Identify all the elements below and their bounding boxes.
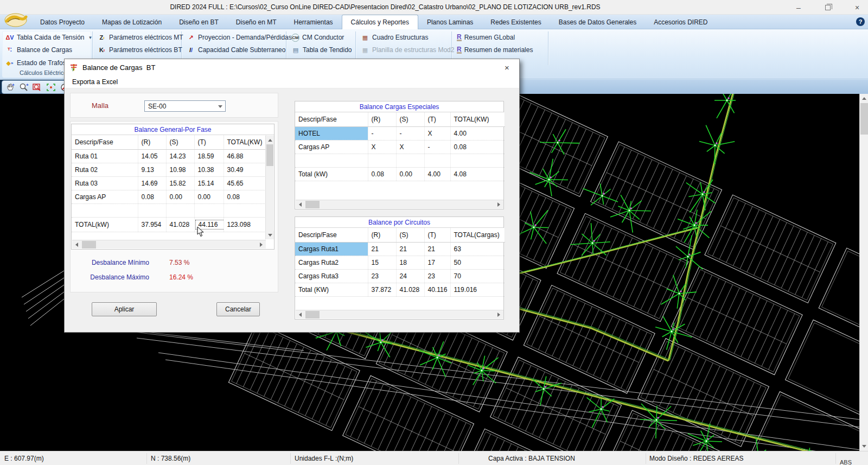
table-cell[interactable]: 14.69 — [138, 176, 166, 190]
table-horizontal-scrollbar[interactable] — [296, 200, 503, 208]
table-cell[interactable]: 24 — [396, 269, 424, 283]
table-cell[interactable]: 45.65 — [224, 176, 266, 190]
ribbon-item-parametros-bt[interactable]: Kı Parámetros eléctricos BT — [98, 44, 182, 55]
table-vertical-scrollbar[interactable] — [265, 136, 273, 239]
table-cell[interactable]: 119.016 — [450, 283, 505, 296]
window-titlebar[interactable]: DIRED 2024 FULL : E:\Cursos\02_Curso OnL… — [0, 0, 868, 15]
menu-tab[interactable]: Herramientas — [285, 15, 342, 29]
table-cell[interactable]: Ruta 03 — [72, 176, 138, 190]
scrollbar-thumb[interactable] — [305, 311, 320, 319]
minimize-button[interactable]: – — [792, 2, 805, 13]
table-cell[interactable]: Cargas AP — [72, 190, 138, 203]
aplicar-button[interactable]: Aplicar — [92, 302, 157, 316]
table-cell[interactable]: 18 — [396, 256, 424, 269]
scroll-up-arrow-icon[interactable] — [860, 94, 868, 103]
table-cell[interactable]: 0.00 — [166, 190, 194, 203]
ribbon-item-parametros-mt[interactable]: Zı Parámetros eléctricos MT — [98, 32, 183, 43]
table-cell[interactable] — [224, 203, 266, 217]
table-cell[interactable]: 44.116 — [194, 217, 224, 232]
table-cell[interactable]: 40.116 — [424, 283, 450, 296]
table-cell[interactable]: 9.13 — [138, 163, 166, 176]
dialog-close-button[interactable]: × — [495, 59, 519, 75]
table-cell[interactable]: Cargas AP — [295, 140, 368, 154]
ribbon-item-cm-conductor[interactable]: CM CM Conductor — [291, 32, 344, 43]
ribbon-item-planilla-estructuras[interactable]: ▦ Planilla de estructuras Mod2 — [361, 44, 454, 55]
table-row[interactable]: Ruta 029.1310.9810.3830.49 — [72, 163, 266, 176]
ribbon-item-balance-de-cargas[interactable]: ᵀ⁚ Balance de Cargas — [5, 44, 72, 55]
table-cell[interactable] — [166, 203, 194, 217]
table-cell[interactable] — [368, 154, 396, 167]
table-cell[interactable]: - — [368, 126, 396, 140]
table-cell[interactable]: Cargas Ruta1 — [295, 242, 368, 256]
table-cell[interactable] — [138, 203, 166, 217]
table-horizontal-scrollbar[interactable] — [72, 240, 266, 249]
table-cell[interactable]: Total (KW) — [295, 283, 368, 296]
scroll-down-arrow-icon[interactable] — [266, 231, 274, 239]
table-row[interactable]: Cargas Ruta215181750 — [295, 256, 505, 269]
menu-tab[interactable]: Datos Proyecto — [31, 15, 93, 29]
scroll-left-arrow-icon[interactable] — [296, 200, 305, 209]
table-cell[interactable]: 23 — [424, 269, 450, 283]
scroll-left-arrow-icon[interactable] — [72, 240, 81, 249]
table-cell[interactable]: 10.98 — [166, 163, 194, 176]
table-cell[interactable]: - — [424, 140, 450, 154]
table-cell[interactable]: 30.49 — [224, 163, 266, 176]
ribbon-item-resumen-global[interactable]: R Resumen GLobal — [457, 32, 515, 43]
table-cell[interactable]: 37.954 — [138, 217, 166, 232]
menu-tab[interactable]: Planos Laminas — [418, 15, 482, 29]
ribbon-item-proyeccion-demanda[interactable]: ↗ Proyeccion - Demanda/Pérdidas — [187, 32, 292, 43]
table-row[interactable]: Cargas Ruta323242370 — [295, 269, 505, 283]
table-cell[interactable]: 37.872 — [368, 283, 396, 296]
scrollbar-thumb[interactable] — [82, 241, 96, 249]
table-row[interactable]: Total (kW)0.080.004.004.08 — [295, 167, 505, 181]
table-cell[interactable]: 0.00 — [194, 190, 224, 203]
table-cell[interactable]: 21 — [424, 242, 450, 256]
table-cell[interactable]: - — [396, 126, 424, 140]
table-cell[interactable]: 21 — [396, 242, 424, 256]
scrollbar-thumb[interactable] — [860, 103, 868, 135]
table-horizontal-scrollbar[interactable] — [296, 310, 503, 319]
table-cell[interactable] — [295, 154, 368, 167]
app-logo-icon[interactable] — [3, 10, 28, 28]
canvas-vertical-scrollbar[interactable] — [859, 94, 868, 451]
scroll-right-arrow-icon[interactable] — [494, 200, 503, 209]
table-cell[interactable]: 0.08 — [224, 190, 266, 203]
scroll-left-arrow-icon[interactable] — [296, 310, 305, 319]
table-row[interactable] — [72, 203, 266, 217]
table-cell[interactable]: Cargas Ruta3 — [295, 269, 368, 283]
table-cell[interactable]: 46.88 — [224, 149, 266, 163]
table-cell[interactable]: 50 — [450, 256, 505, 269]
table-cell[interactable]: 23 — [368, 269, 396, 283]
table-cell[interactable]: HOTEL — [295, 126, 368, 140]
table-cell[interactable]: 14.05 — [138, 149, 166, 163]
table-cell[interactable]: 0.08 — [138, 190, 166, 203]
menu-tab[interactable]: Diseño en MT — [227, 15, 285, 29]
table-cell[interactable]: TOTAL(kW) — [72, 217, 138, 232]
menu-tab[interactable]: Bases de Datos Generales — [550, 15, 645, 29]
table-cell[interactable]: X — [396, 140, 424, 154]
table-cell[interactable]: 10.38 — [194, 163, 224, 176]
table-cell[interactable]: 4.00 — [424, 167, 450, 181]
scroll-right-arrow-icon[interactable] — [494, 310, 503, 319]
zoom-in-icon[interactable]: + — [18, 82, 29, 93]
table-cell[interactable]: 0.08 — [368, 167, 396, 181]
table-cell[interactable]: 15 — [368, 256, 396, 269]
ribbon-item-resumen-materiales[interactable]: R Resumen de materiales — [457, 44, 533, 55]
scrollbar-thumb[interactable] — [266, 144, 273, 166]
table-cell[interactable]: 63 — [450, 242, 505, 256]
table-row[interactable]: Ruta 0114.0514.2318.5946.88 — [72, 149, 266, 163]
table-row[interactable]: Cargas APXX-0.08 — [295, 140, 505, 154]
table-cell[interactable]: 0.00 — [396, 167, 424, 181]
ribbon-item-tabla-caida-tension[interactable]: ΔV Tabla Caida de Tensión▼ — [5, 32, 92, 43]
table-row[interactable]: Cargas Ruta121212163 — [295, 242, 505, 256]
malla-combobox[interactable]: SE-00 — [144, 100, 226, 112]
table-cell[interactable]: 123.098 — [224, 217, 266, 232]
scrollbar-thumb[interactable] — [305, 201, 320, 208]
table-cell[interactable]: 15.82 — [166, 176, 194, 190]
table-cell[interactable]: 41.028 — [166, 217, 194, 232]
table-cell[interactable]: 18.59 — [194, 149, 224, 163]
ribbon-item-capacidad-cable[interactable]: I/ Capacidad Cable Subterraneo — [187, 44, 285, 55]
table-cell[interactable]: X — [424, 126, 450, 140]
zoom-window-icon[interactable] — [31, 82, 43, 93]
dialog-titlebar[interactable]: Balance de Cargas BT × — [65, 59, 519, 75]
